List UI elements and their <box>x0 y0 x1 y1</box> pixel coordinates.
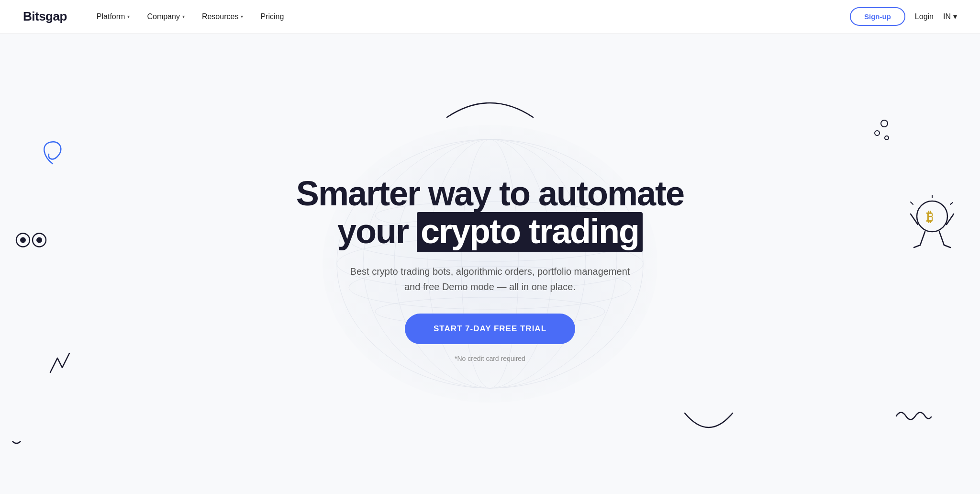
nav-right: Sign-up Login IN ▾ <box>850 7 957 26</box>
hero-title: Smarter way to automate your crypto trad… <box>296 175 684 250</box>
svg-line-22 <box>944 245 950 247</box>
resources-chevron-icon: ▾ <box>241 14 243 19</box>
nav-pricing-label: Pricing <box>260 12 284 21</box>
svg-line-20 <box>939 232 944 245</box>
svg-line-19 <box>920 232 925 245</box>
nav-item-company[interactable]: Company ▾ <box>140 9 191 25</box>
svg-line-21 <box>914 245 920 247</box>
cta-button[interactable]: START 7-DAY FREE TRIAL <box>405 314 575 344</box>
signup-button[interactable]: Sign-up <box>850 7 905 26</box>
brand-logo[interactable]: Bitsgap <box>23 9 67 24</box>
decoration-bitcoin-figure: ₿ <box>908 195 956 259</box>
nav-resources-label: Resources <box>202 12 238 21</box>
company-chevron-icon: ▾ <box>182 14 185 19</box>
hero-title-highlight: crypto trading <box>417 212 643 252</box>
language-label: IN <box>943 12 951 21</box>
language-selector[interactable]: IN ▾ <box>943 12 957 21</box>
navbar: Bitsgap Platform ▾ Company ▾ Resources ▾… <box>0 0 980 34</box>
decoration-squiggle <box>894 406 932 425</box>
nav-links: Platform ▾ Company ▾ Resources ▾ Pricing <box>90 9 850 25</box>
hero-section: ₿ Smarter way to automate <box>0 34 980 494</box>
svg-point-14 <box>881 120 888 127</box>
nav-platform-label: Platform <box>97 12 125 21</box>
login-button[interactable]: Login <box>913 9 935 25</box>
decoration-arc-top <box>442 93 538 124</box>
decoration-swirl <box>38 135 67 170</box>
hero-title-line1: Smarter way to automate <box>296 174 684 213</box>
svg-point-16 <box>885 136 889 140</box>
decoration-arc-bottom <box>682 408 735 439</box>
hero-content: Smarter way to automate your crypto trad… <box>296 175 684 362</box>
svg-text:₿: ₿ <box>926 210 933 225</box>
hero-cta-group: START 7-DAY FREE TRIAL *No credit card r… <box>296 314 684 362</box>
hero-subtitle: Best crypto trading bots, algorithmic or… <box>346 264 634 294</box>
nav-item-resources[interactable]: Resources ▾ <box>195 9 250 25</box>
decoration-circle-corner <box>10 441 24 457</box>
nav-item-pricing[interactable]: Pricing <box>254 9 290 25</box>
hero-title-line2-plain: your <box>337 212 417 250</box>
nav-company-label: Company <box>147 12 179 21</box>
hero-disclaimer: *No credit card required <box>296 355 684 362</box>
svg-point-15 <box>875 131 880 135</box>
nav-item-platform[interactable]: Platform ▾ <box>90 9 137 25</box>
language-chevron-icon: ▾ <box>953 12 957 21</box>
svg-point-11 <box>20 237 26 243</box>
svg-line-27 <box>911 202 913 204</box>
decoration-zigzag <box>48 351 74 379</box>
platform-chevron-icon: ▾ <box>127 14 130 19</box>
decoration-bubbles <box>870 116 894 147</box>
svg-line-26 <box>950 202 953 204</box>
decoration-eyes <box>14 226 48 255</box>
svg-point-13 <box>36 237 42 243</box>
